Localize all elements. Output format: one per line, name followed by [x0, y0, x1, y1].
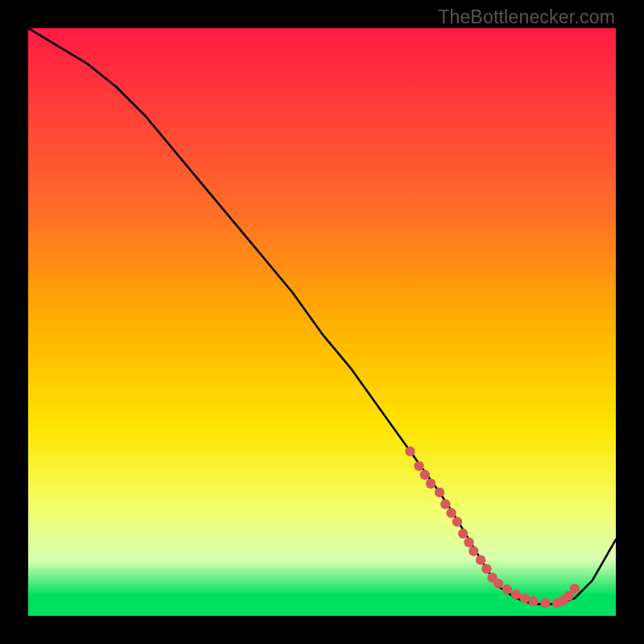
chart-overlay: [28, 28, 616, 616]
data-dot: [405, 446, 415, 456]
data-dot: [458, 529, 468, 539]
watermark-text: TheBottlenecker.com: [438, 6, 615, 28]
data-dot: [520, 593, 530, 603]
data-dot: [540, 598, 550, 608]
data-dot: [502, 584, 512, 594]
data-dot: [420, 470, 430, 480]
data-dot: [493, 579, 503, 588]
data-dot: [435, 488, 444, 497]
chart-stage: TheBottlenecker.com: [0, 0, 644, 644]
data-dot: [414, 461, 423, 471]
data-dot: [452, 517, 462, 526]
data-dot: [446, 508, 456, 518]
data-dot: [476, 555, 485, 564]
data-dot: [570, 584, 580, 593]
data-dot: [426, 479, 436, 489]
data-dot: [464, 538, 473, 547]
data-dot: [469, 547, 478, 556]
data-dot: [529, 597, 539, 606]
plot-area: [28, 28, 616, 616]
bottleneck-curve: [28, 28, 616, 604]
data-dot: [440, 499, 450, 509]
data-dot: [481, 564, 491, 573]
data-dots: [405, 446, 580, 608]
data-dot: [511, 590, 521, 600]
